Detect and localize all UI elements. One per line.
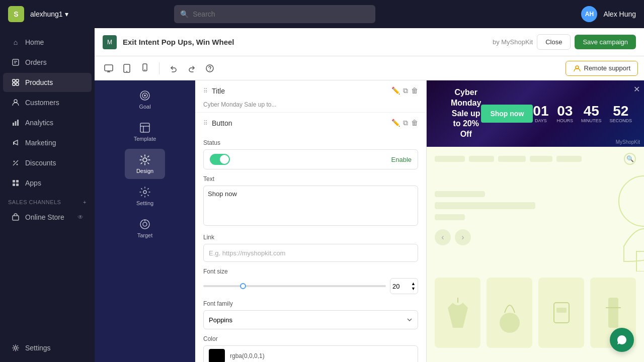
apps-icon [11,178,20,188]
history-controls [166,60,218,76]
mobile-view-button[interactable] [137,60,153,76]
product-card-3 [538,278,584,348]
svg-rect-18 [13,216,19,220]
panel-item-design[interactable]: Design [125,149,165,179]
svg-point-12 [17,164,18,165]
campaign-topbar: M Exit Intent Pop Ups, Win Wheel by MySh… [95,28,644,56]
panel-item-target[interactable]: Target [125,213,165,243]
sidebar-item-online-store[interactable]: Online Store 👁 [3,208,92,227]
font-size-input[interactable]: 20 ▲ ▼ [390,278,418,294]
search-bar[interactable]: 🔍 [174,5,375,23]
analytics-icon [11,118,20,127]
title-section: ⠿ Title ✏️ ⧉ 🗑 Cyber Monday Sale up to..… [195,80,426,113]
home-icon: ⌂ [11,38,20,47]
button-text-input[interactable]: Shop now [203,186,418,226]
copy-title-icon[interactable]: ⧉ [403,86,408,95]
font-family-select[interactable]: Poppins Roboto Open Sans Lato Montserrat [203,310,418,329]
font-size-stepper[interactable]: ▲ ▼ [411,282,416,291]
panel-item-setting[interactable]: Setting [125,181,165,211]
banner-close-button[interactable]: ✕ [633,84,640,94]
sidebar-item-label: Orders [25,58,47,66]
font-size-up[interactable]: ▲ [411,282,416,286]
shop-now-button[interactable]: Shop now [481,105,533,123]
eye-icon[interactable]: 👁 [77,214,84,221]
font-size-down[interactable]: ▼ [411,287,416,291]
template-icon [139,122,151,134]
sidebar-item-home[interactable]: ⌂ Home [3,33,92,52]
sidebar-item-orders[interactable]: Orders [3,53,92,72]
sidebar-item-apps[interactable]: Apps [3,173,92,193]
drag-handle[interactable]: ⠿ [203,87,208,95]
delete-title-icon[interactable]: 🗑 [411,86,418,95]
color-row[interactable]: rgba(0,0,0,1) [203,345,418,362]
sidebar-item-label: Discounts [25,159,56,167]
nav-skeleton-2 [469,156,494,162]
panel-item-template[interactable]: Template [125,117,165,147]
cyber-text: Cyber Monday Sale up to 20% Off [451,87,481,140]
search-input[interactable] [193,10,369,18]
close-button[interactable]: Close [537,34,571,50]
font-size-label: Font size [203,268,418,275]
button-section-body: Status Enable Text Shop now Link Font si… [195,139,426,362]
color-label: Color [203,335,418,342]
chat-button[interactable] [610,328,634,352]
svg-point-11 [14,161,15,162]
sidebar-bottom: Settings [0,338,95,358]
sidebar-item-marketing[interactable]: Marketing [3,133,92,152]
countdown-hours: 03 HOURS [556,104,573,123]
svg-rect-4 [16,79,19,82]
svg-rect-33 [140,123,149,132]
edit-title-icon[interactable]: ✏️ [391,86,400,95]
sidebar-item-settings[interactable]: Settings [3,338,92,357]
sales-channels-label: SALES CHANNELS [8,199,61,205]
sidebar-item-label: Apps [25,179,41,187]
nav-skeleton-3 [498,156,526,162]
add-channel-icon[interactable]: + [83,199,87,205]
sidebar-item-label: Marketing [25,139,56,147]
sidebar-item-analytics[interactable]: Analytics [3,113,92,132]
next-arrow[interactable]: › [455,229,471,245]
remote-support-label: Remote support [584,64,631,72]
product-card-1 [435,278,480,348]
nav-skeleton-1 [435,156,465,162]
sidebar-item-products[interactable]: Products [3,73,92,92]
myshopkit-label: MyShopKit [616,139,640,145]
countdown-seconds: 52 SECONDS [609,104,632,123]
campaign-topbar-right: by MyShopKit Close Save campaign [493,34,636,50]
toolbar-divider [159,62,159,74]
countdown-days: 01 DAYS [533,104,548,123]
campaign-area: M Exit Intent Pop Ups, Win Wheel by MySh… [95,28,644,362]
sidebar-item-customers[interactable]: Customers [3,93,92,112]
svg-rect-8 [13,123,14,126]
sidebar-item-discounts[interactable]: Discounts [3,153,92,172]
drag-handle[interactable]: ⠿ [203,120,208,127]
title-section-actions: ✏️ ⧉ 🗑 [391,86,418,95]
svg-rect-5 [13,83,15,85]
topbar-right: AH Alex Hung [581,6,636,22]
sidebar-item-label: Online Store [25,213,64,221]
remote-support-button[interactable]: Remote support [566,61,638,76]
undo-button[interactable] [166,60,182,76]
avatar[interactable]: AH [581,6,597,22]
countdown: 01 DAYS 03 HOURS 45 MINUTES 52 [533,104,632,123]
store-selector[interactable]: alexhung1 ▾ [30,10,68,18]
panel-item-goal[interactable]: Goal [125,84,165,115]
edit-button-icon[interactable]: ✏️ [391,119,400,127]
status-toggle[interactable] [210,154,230,165]
desktop-view-button[interactable] [101,60,117,76]
tablet-view-button[interactable] [119,60,135,76]
help-button[interactable] [202,60,218,76]
link-input[interactable] [203,244,418,262]
copy-button-icon[interactable]: ⧉ [403,119,408,127]
hero-line-2 [435,202,535,209]
left-panel: Goal Template Design [95,80,195,362]
banner-subtitle: Sale up to 20% Off [451,109,481,140]
editor-main: Goal Template Design [95,80,644,362]
redo-button[interactable] [184,60,200,76]
save-campaign-button[interactable]: Save campaign [575,35,636,49]
font-size-slider[interactable] [203,285,386,287]
delete-button-icon[interactable]: 🗑 [411,119,418,127]
prev-arrow[interactable]: ‹ [435,229,451,245]
editor-toolbar: Remote support [95,56,644,80]
search-skeleton: 🔍 [624,153,636,165]
